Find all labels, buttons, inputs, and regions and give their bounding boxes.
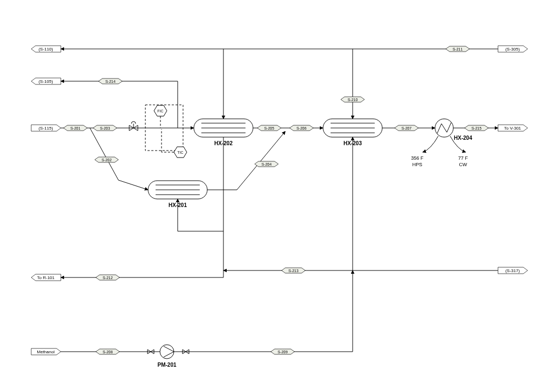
port-s105: (S-105) [31, 78, 61, 84]
tag-s207: S-207 [395, 125, 418, 131]
hps: HPS [412, 162, 423, 167]
svg-text:S-202: S-202 [102, 158, 112, 162]
hx-203 [323, 119, 382, 137]
instrument-fic: FIC [154, 105, 167, 116]
line-s214 [61, 81, 178, 128]
svg-text:(S-317): (S-317) [506, 268, 520, 273]
svg-text:Methanol: Methanol [37, 350, 55, 354]
port-s110-label: (S-110) [39, 47, 53, 52]
port-s317: (S-317) [498, 267, 528, 274]
svg-text:S-208: S-208 [103, 350, 113, 354]
svg-text:S-205: S-205 [264, 126, 275, 130]
instrument-tic: TIC [174, 147, 187, 158]
port-s115: (S-115) [31, 125, 61, 131]
tag-s210: S-210 [341, 97, 364, 102]
tag-s202: S-202 [95, 157, 118, 162]
tag-s214: S-214 [99, 79, 122, 84]
svg-text:S-206: S-206 [297, 126, 307, 130]
pm-201-label: PM-201 [157, 362, 176, 368]
hx-204 [435, 119, 453, 137]
cw-t: 77 F [458, 155, 468, 161]
tag-s211: S-211 [446, 46, 469, 52]
svg-text:(S-105): (S-105) [39, 79, 53, 84]
svg-point-36 [160, 345, 174, 359]
pm-201 [160, 345, 174, 359]
svg-text:S-210: S-210 [348, 98, 358, 102]
svg-text:S-215: S-215 [472, 126, 482, 130]
svg-text:S-207: S-207 [402, 126, 412, 130]
hx-204-label: HX-204 [454, 135, 472, 141]
tag-s201: S-201 [64, 125, 87, 131]
tag-s208: S-208 [96, 349, 120, 354]
svg-text:S-211: S-211 [453, 47, 463, 51]
port-s305-label: (S-305) [506, 47, 520, 52]
svg-text:TIC: TIC [177, 151, 183, 154]
svg-text:S-204: S-204 [262, 162, 272, 166]
hx-201 [148, 181, 207, 199]
cw: CW [459, 162, 467, 167]
port-s305: (S-305) [498, 46, 528, 52]
svg-text:(S-115): (S-115) [39, 126, 53, 131]
line-s212 [61, 270, 223, 277]
port-methanol: Methanol [31, 348, 61, 355]
svg-text:S-209: S-209 [278, 350, 288, 354]
tag-s209: S-209 [271, 349, 294, 354]
svg-text:S-213: S-213 [289, 269, 299, 273]
hps-t: 356 F [411, 155, 424, 161]
tag-s204: S-204 [255, 161, 278, 167]
svg-text:To R-101: To R-101 [37, 275, 55, 280]
port-s110: (S-110) [31, 46, 61, 52]
port-to-v301: To V-301 [498, 125, 528, 131]
svg-text:S-214: S-214 [106, 80, 116, 83]
svg-text:S-201: S-201 [71, 126, 81, 130]
tag-s215: S-215 [465, 125, 488, 131]
svg-text:FIC: FIC [157, 109, 163, 113]
svg-text:S-203: S-203 [100, 126, 110, 130]
tag-s203: S-203 [93, 125, 117, 131]
control-valve[interactable] [129, 122, 138, 131]
tag-s212: S-212 [96, 275, 120, 280]
hx-202 [194, 119, 253, 137]
tag-s213: S-213 [282, 268, 305, 273]
svg-text:To V-301: To V-301 [504, 126, 521, 131]
tag-s206: S-206 [290, 125, 313, 131]
hx204-hps-in [423, 136, 438, 152]
port-to-r101: To R-101 [31, 274, 61, 281]
tag-s205: S-205 [257, 125, 281, 131]
svg-text:S-212: S-212 [103, 276, 113, 280]
